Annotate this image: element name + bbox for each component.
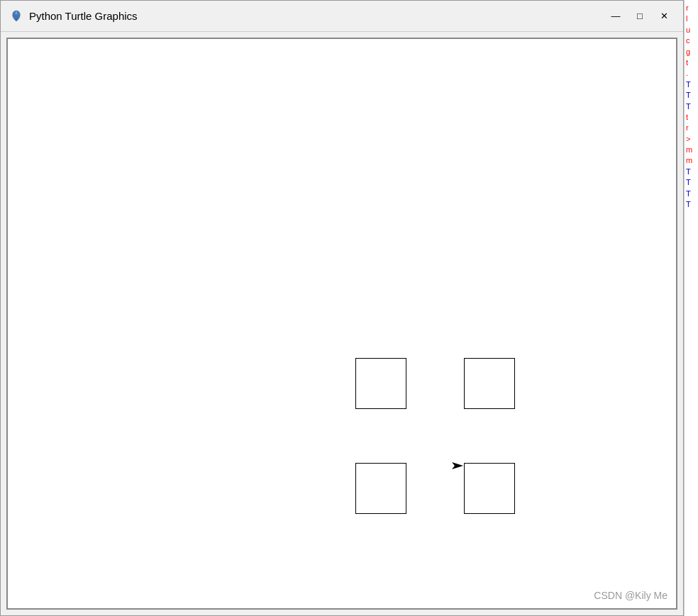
title-bar: Python Turtle Graphics — □ ✕ bbox=[1, 1, 683, 32]
canvas-content: CSDN @Kily Me bbox=[8, 39, 676, 608]
main-window: Python Turtle Graphics — □ ✕ CSDN @Kily … bbox=[0, 0, 684, 616]
side-text-T2: T bbox=[686, 90, 697, 101]
side-text-T1: T bbox=[686, 79, 697, 90]
side-text-6: t bbox=[686, 57, 697, 68]
side-text-T6: T bbox=[686, 189, 697, 199]
square-top-left bbox=[355, 358, 406, 409]
window-title: Python Turtle Graphics bbox=[29, 10, 605, 22]
close-button[interactable]: ✕ bbox=[653, 7, 675, 26]
side-text-T5: T bbox=[686, 177, 697, 188]
side-text-5: g bbox=[686, 47, 697, 57]
turtle-canvas: CSDN @Kily Me bbox=[6, 38, 677, 610]
turtle-cursor bbox=[452, 459, 466, 473]
maximize-button[interactable]: □ bbox=[629, 7, 650, 26]
side-text-4: c bbox=[686, 35, 697, 46]
svg-marker-0 bbox=[452, 462, 463, 469]
window-controls: — □ ✕ bbox=[605, 7, 675, 26]
minimize-button[interactable]: — bbox=[605, 7, 626, 26]
side-text-1: r bbox=[686, 3, 697, 13]
turtle-icon bbox=[9, 9, 23, 23]
side-text-m2: m bbox=[686, 155, 697, 166]
side-text-arrow: > bbox=[686, 134, 697, 145]
side-text-dot: . bbox=[686, 68, 697, 79]
side-text-3: u bbox=[686, 25, 697, 35]
side-text-T3: T bbox=[686, 101, 697, 112]
side-text-T7: T bbox=[686, 199, 697, 210]
square-bottom-left bbox=[355, 463, 406, 514]
side-text-m1: m bbox=[686, 145, 697, 155]
square-top-right bbox=[464, 358, 515, 409]
watermark: CSDN @Kily Me bbox=[594, 590, 667, 601]
side-text-t: t bbox=[686, 112, 697, 123]
side-text-2: l bbox=[686, 13, 697, 24]
square-bottom-right bbox=[464, 463, 515, 514]
side-text-T4: T bbox=[686, 167, 697, 177]
side-text-r: r bbox=[686, 123, 697, 133]
side-panel: r l u c g t . T T T t r > m m T T T T bbox=[684, 0, 698, 616]
